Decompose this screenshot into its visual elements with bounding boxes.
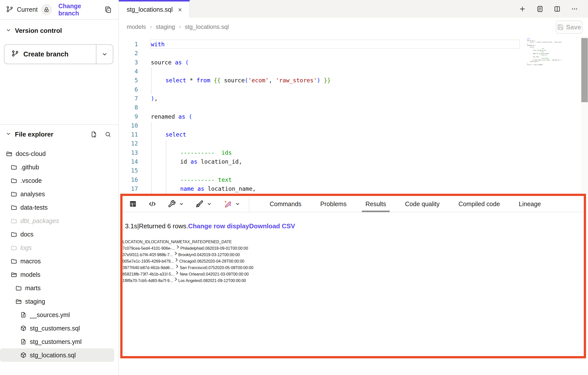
file-tree-item-marts[interactable]: marts [0,281,118,295]
code-line-6[interactable]: 6 [119,85,531,94]
save-button[interactable]: Save [556,20,583,34]
file-icon [20,338,27,345]
results-table-row[interactable]: 005e7e1c-1935-4269-b479...Chicago0.06252… [123,257,584,264]
chevron-down-icon[interactable] [235,201,240,207]
cell-location-id: 005e7e1c-1935-4269-b479... [123,259,179,263]
code-line-3[interactable]: 3source as ( [119,58,531,67]
folder-icon [11,164,17,170]
change-row-display-link[interactable]: Change row display [188,222,249,230]
sidebar-divider [0,124,118,125]
code-line-16[interactable]: 16---------- text [119,175,531,184]
code-line-8[interactable]: 8 [119,103,531,112]
results-table-row[interactable]: 1f8ffa70-7cb5-4d83-8a7f-9...Los Angeles0… [123,277,584,283]
code-text: id as location_id, [151,158,242,165]
code-line-15[interactable]: 15 [119,166,531,175]
code-line-11[interactable]: 11select [119,130,531,139]
more-options-icon[interactable] [571,5,578,12]
file-tree-item-stg-customers-sql[interactable]: stg_customers.sql [0,322,118,335]
panel-tab-code-quality[interactable]: Code quality [396,196,449,212]
line-number: 3 [119,59,138,66]
change-branch-link[interactable]: Change branch [58,2,101,17]
format-brush-icon[interactable] [196,200,204,208]
expand-cell-icon[interactable] [173,279,178,283]
tab-label: stg_locations.sql [127,6,173,13]
line-number: 8 [119,104,138,111]
breadcrumb: models›staging›stg_locations.sql [119,23,229,30]
chevron-down-icon[interactable] [5,131,11,138]
chevron-down-icon[interactable] [207,201,212,207]
scrollbar-thumb[interactable] [581,38,588,102]
new-tab-icon[interactable] [519,5,526,12]
minimap[interactable]: withsource as ( select * from {{ source(… [527,38,562,66]
file-tree-item-dbt-packages[interactable]: dbt_packages [0,214,118,228]
editor-tabstrip: stg_locations.sql × [119,0,588,18]
code-line-7[interactable]: 7), [119,94,531,103]
expand-cell-icon[interactable] [175,246,180,250]
code-line-14[interactable]: 14id as location_id, [119,157,531,166]
code-line-4[interactable]: 4 [119,67,531,76]
editor-scrollbar[interactable] [581,36,588,194]
code-line-13[interactable]: 13---------- ids [119,148,531,157]
results-table-row[interactable]: 858218fb-73f7-4b1b-a31f-5...New Orleans0… [123,270,584,277]
table-view-icon[interactable] [129,200,137,208]
file-tree-label: analyses [20,190,45,198]
chevron-down-icon[interactable] [179,201,184,207]
line-number: 12 [119,140,138,147]
code-line-5[interactable]: 5select * from {{ source('ecom', 'raw_st… [119,76,531,85]
code-line-2[interactable]: 2 [119,49,531,58]
panel-tab-problems[interactable]: Problems [311,196,356,212]
expand-cell-icon[interactable] [174,272,180,276]
file-tree-item--vscode[interactable]: .vscode [0,174,118,187]
tab-stg-locations[interactable]: stg_locations.sql × [119,0,190,18]
create-branch-label: Create branch [23,50,69,58]
results-table-row[interactable]: 37e5f311-b7f4-4f2f-988b-7...Brooklyn0.04… [123,251,584,257]
cell-tax-rate: 0.075 [205,266,215,270]
panel-tab-commands[interactable]: Commands [260,196,311,212]
file-tree-item--github[interactable]: .github [0,160,118,174]
download-csv-link[interactable]: Download CSV [249,222,295,230]
create-branch-button[interactable]: Create branch [4,45,96,64]
code-line-1[interactable]: 1with [119,40,531,49]
copy-icon[interactable] [104,6,112,13]
create-branch-dropdown[interactable] [96,45,113,64]
expand-cell-icon[interactable] [173,253,178,257]
version-control-header: Version control [0,24,118,38]
results-table-row[interactable]: 7c079cea-5ed4-4101-906e-...Philadelphia0… [123,244,584,251]
code-view-icon[interactable] [148,200,156,208]
file-tree-label: models [20,271,41,278]
file-tree-item-stg-locations-sql[interactable]: stg_locations.sql [0,348,114,362]
panel-tab-results[interactable]: Results [356,196,395,212]
new-file-icon[interactable] [90,131,97,138]
chevron-down-icon[interactable] [5,27,11,34]
file-tree-item-logs[interactable]: logs [0,241,118,254]
panel-tab-lineage[interactable]: Lineage [509,196,550,212]
code-editor[interactable]: 1with23source as (45select * from {{ sou… [119,36,588,194]
results-toolbar: CommandsProblemsResultsCode qualityCompi… [123,196,584,212]
split-editor-icon[interactable] [554,5,561,12]
file-tree-item--sources-yml[interactable]: __sources.yml [0,308,118,322]
results-table-row[interactable]: 3977f440-b87d-461b-9dd6-...San Francisco… [123,264,584,270]
breadcrumb-item: stg_locations.sql [185,23,229,30]
file-tree-item-docs-cloud[interactable]: docs-cloud [0,147,118,160]
expand-cell-icon[interactable] [174,266,180,270]
file-tree-item-docs[interactable]: docs [0,228,118,241]
panel-tab-compiled-code[interactable]: Compiled code [449,196,509,212]
file-tree-item-data-tests[interactable]: data-tests [0,201,118,214]
file-tree-item-staging[interactable]: staging [0,295,118,308]
file-tree-item-models[interactable]: models [0,268,118,281]
ai-assist-wand-icon[interactable] [223,200,232,208]
code-line-17[interactable]: 17name as location_name, [119,184,531,193]
code-line-12[interactable]: 12 [119,139,531,148]
notebook-icon[interactable] [536,5,543,12]
code-line-9[interactable]: 9renamed as ( [119,112,531,121]
column-header-tax_rate: TAX_RATE [182,240,202,244]
expand-cell-icon[interactable] [174,259,179,263]
cell-opened-date: 2018-09-01T00:00:00 [210,246,248,250]
close-icon[interactable]: × [178,6,182,13]
file-tree-item-macros[interactable]: macros [0,254,118,268]
search-icon[interactable] [105,131,111,138]
code-line-10[interactable]: 10 [119,121,531,130]
build-wrench-icon[interactable] [168,200,176,208]
file-tree-item-analyses[interactable]: analyses [0,187,118,201]
file-tree-item-stg-customers-yml[interactable]: stg_customers.yml [0,335,118,348]
